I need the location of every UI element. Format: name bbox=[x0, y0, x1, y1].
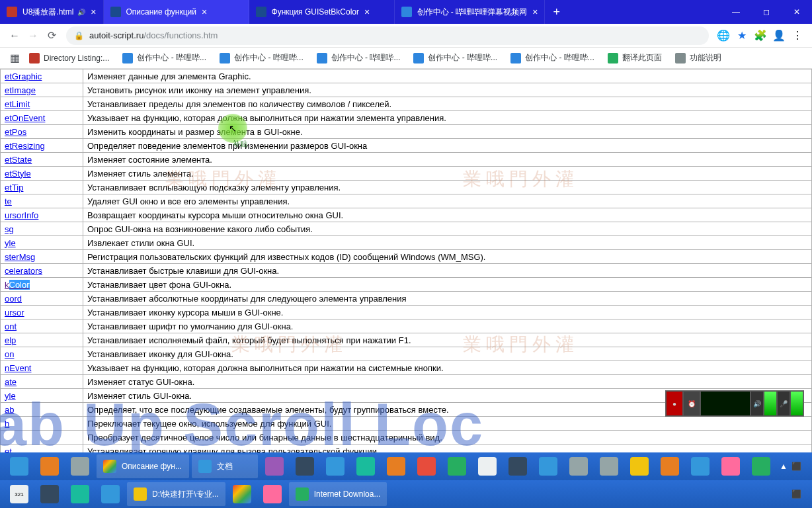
taskbar-icon[interactable] bbox=[97, 482, 124, 506]
bookmark-item[interactable]: 创作中心 - 哔哩哔... bbox=[117, 50, 212, 66]
bookmark-item[interactable]: 翻译此页面 bbox=[602, 50, 667, 66]
taskbar-icon[interactable] bbox=[443, 454, 471, 478]
tray-show-desktop[interactable]: ⬛ bbox=[792, 489, 801, 499]
function-link[interactable]: te bbox=[5, 196, 12, 206]
record-button[interactable]: ● bbox=[666, 391, 683, 416]
taskbar-window[interactable]: Internet Downloa... bbox=[289, 482, 387, 506]
start-button[interactable] bbox=[5, 454, 33, 478]
extensions-icon[interactable]: 🧩 bbox=[751, 26, 770, 45]
function-link[interactable]: ab bbox=[5, 405, 14, 415]
taskbar-icon[interactable] bbox=[473, 454, 501, 478]
taskbar-icon[interactable] bbox=[534, 454, 562, 478]
taskbar-icon[interactable] bbox=[66, 454, 94, 478]
function-link[interactable]: on bbox=[5, 349, 14, 359]
close-icon[interactable]: × bbox=[364, 7, 370, 17]
taskbar-icon[interactable] bbox=[36, 454, 63, 478]
bookmark-item[interactable]: Directory Listing:... bbox=[24, 50, 114, 66]
taskbar-icon[interactable]: 321 bbox=[5, 482, 33, 506]
function-link[interactable]: h bbox=[5, 419, 9, 429]
taskbar-icon[interactable] bbox=[595, 454, 623, 478]
close-icon[interactable]: × bbox=[532, 7, 538, 17]
taskbar-icon[interactable] bbox=[261, 454, 288, 478]
taskbar-icon[interactable] bbox=[747, 454, 775, 478]
taskbar-window[interactable]: D:\快速打开\专业... bbox=[127, 482, 225, 506]
function-link[interactable]: etOnEvent bbox=[5, 113, 45, 123]
bookmark-item[interactable]: 创作中心 - 哔哩哔... bbox=[214, 50, 309, 66]
browser-tab-active[interactable]: Описание функций × bbox=[104, 0, 249, 24]
volume-icon[interactable]: 🔊 bbox=[751, 391, 764, 416]
taskbar-icon[interactable] bbox=[382, 454, 410, 478]
translate-icon[interactable]: 🌐 bbox=[714, 26, 733, 45]
bookmark-item[interactable]: 创作中心 - 哔哩哔... bbox=[505, 50, 600, 66]
taskbar-icon[interactable] bbox=[228, 482, 256, 506]
browser-tab[interactable]: U8播放器.html 🔊 × bbox=[0, 0, 104, 24]
function-link[interactable]: yle bbox=[5, 391, 16, 401]
bookmark-label: 创作中心 - 哔哩哔... bbox=[525, 52, 594, 64]
system-tray[interactable]: ▲ ⬛ bbox=[780, 462, 808, 471]
function-link[interactable]: etTip bbox=[5, 183, 23, 192]
function-link[interactable]: elp bbox=[5, 335, 16, 345]
bookmark-item[interactable]: 功能说明 bbox=[670, 50, 727, 66]
mic-icon[interactable]: 🎤 bbox=[777, 391, 790, 416]
function-link[interactable]: ont bbox=[5, 321, 17, 331]
taskbar-icon[interactable] bbox=[66, 482, 94, 506]
function-link[interactable]: etGraphic bbox=[5, 71, 42, 81]
taskbar-icon[interactable] bbox=[686, 454, 714, 478]
menu-icon[interactable]: ⋮ bbox=[788, 26, 807, 45]
function-link[interactable]: ate bbox=[5, 377, 17, 387]
bookmark-item[interactable]: 创作中心 - 哔哩哔... bbox=[408, 50, 503, 66]
back-button[interactable]: ← bbox=[5, 26, 24, 45]
taskbar-window[interactable]: 文档 bbox=[192, 454, 258, 478]
taskbar-icon[interactable] bbox=[565, 454, 592, 478]
function-link[interactable]: oord bbox=[5, 294, 22, 304]
function-link[interactable]: etLimit bbox=[5, 99, 30, 109]
function-link[interactable]: celerators bbox=[5, 266, 42, 276]
tray-icon[interactable]: ▲ bbox=[780, 462, 788, 471]
recording-widget[interactable]: ● ⏰ 🔊 🎤 bbox=[665, 390, 804, 417]
close-icon[interactable]: × bbox=[91, 7, 96, 17]
function-link[interactable]: etState bbox=[5, 155, 32, 165]
function-link[interactable]: nEvent bbox=[5, 363, 31, 373]
minimize-button[interactable]: — bbox=[721, 0, 751, 24]
profile-icon[interactable]: 👤 bbox=[770, 26, 788, 45]
apps-icon[interactable]: ▦ bbox=[5, 49, 24, 67]
function-link[interactable]: etStyle bbox=[5, 169, 31, 179]
function-link[interactable]: et bbox=[5, 446, 12, 453]
function-link[interactable]: ursor bbox=[5, 308, 24, 318]
taskbar-icon[interactable] bbox=[717, 454, 745, 478]
new-tab-button[interactable]: + bbox=[545, 5, 568, 19]
clock-icon[interactable]: ⏰ bbox=[683, 391, 700, 416]
browser-tab[interactable]: 创作中心 - 哔哩哔哩弹幕视频网 × bbox=[395, 0, 546, 24]
function-link[interactable]: yle bbox=[5, 238, 16, 248]
system-tray[interactable]: ⬛ bbox=[792, 489, 808, 499]
taskbar-icon[interactable] bbox=[656, 454, 684, 478]
function-link[interactable]: ursorInfo bbox=[5, 210, 38, 220]
taskbar-icon[interactable] bbox=[321, 454, 349, 478]
table-row: etResizingОпределяет поведение элементов… bbox=[1, 139, 812, 153]
taskbar-icon[interactable] bbox=[291, 454, 319, 478]
function-link[interactable]: etImage bbox=[5, 85, 36, 95]
function-link[interactable]: etPos bbox=[5, 127, 26, 137]
forward-button[interactable]: → bbox=[24, 26, 42, 45]
taskbar-window[interactable]: Описание фун... bbox=[97, 454, 189, 478]
close-window-button[interactable]: ✕ bbox=[782, 0, 812, 24]
function-link[interactable]: sg bbox=[5, 224, 14, 234]
taskbar-icon[interactable] bbox=[259, 482, 286, 506]
browser-tab[interactable]: Функция GUISetBkColor × bbox=[249, 0, 395, 24]
url-input[interactable]: 🔒 autoit-script.ru/docs/functions.htm bbox=[66, 26, 709, 45]
bookmark-item[interactable]: 创作中心 - 哔哩哔... bbox=[311, 50, 406, 66]
taskbar-icon[interactable] bbox=[626, 454, 653, 478]
function-link[interactable]: kColor bbox=[5, 280, 30, 290]
taskbar-icon[interactable] bbox=[504, 454, 532, 478]
taskbar-icon[interactable] bbox=[413, 454, 440, 478]
close-icon[interactable]: × bbox=[202, 7, 207, 17]
maximize-button[interactable]: ◻ bbox=[751, 0, 782, 24]
audio-icon[interactable]: 🔊 bbox=[77, 9, 85, 16]
reload-button[interactable]: ⟳ bbox=[42, 26, 61, 45]
taskbar-icon[interactable] bbox=[352, 454, 380, 478]
taskbar-icon[interactable] bbox=[36, 482, 63, 506]
bookmark-star-icon[interactable]: ★ bbox=[733, 26, 751, 45]
function-link[interactable]: sterMsg bbox=[5, 252, 35, 262]
tray-icon[interactable]: ⬛ bbox=[792, 462, 801, 471]
function-link[interactable]: etResizing bbox=[5, 141, 45, 151]
